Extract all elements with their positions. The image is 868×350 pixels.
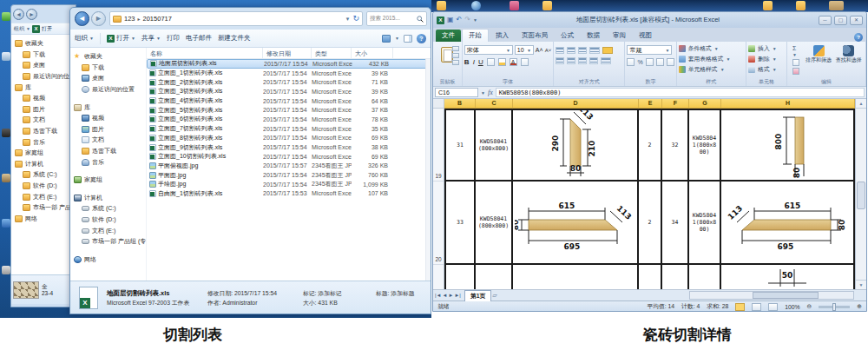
align-middle-icon[interactable] — [567, 47, 575, 54]
sidebar-item[interactable]: 库 — [70, 102, 146, 113]
delete-cells-button[interactable]: 删除▼ — [748, 54, 785, 64]
file-row[interactable]: 立面图_10切割砖列表.xls 2015/7/17 15:54 Microsof… — [147, 152, 431, 162]
restore-button[interactable]: ▢ — [834, 16, 847, 25]
shrink-font-icon[interactable]: A˅ — [545, 48, 552, 53]
file-row[interactable]: 立面图_4切割砖列表.xls 2015/7/17 15:54 Microsoft… — [147, 96, 431, 106]
align-top-icon[interactable] — [556, 47, 564, 54]
file-row[interactable]: 立面图_8切割砖列表.xls 2015/7/17 15:54 Microsoft… — [147, 134, 431, 143]
sidebar-item[interactable]: 音乐 — [11, 136, 76, 148]
sidebar-item[interactable]: 网络 — [70, 254, 146, 266]
autosum-button[interactable]: Σ ▼ — [792, 45, 802, 57]
app-icon[interactable] — [510, 1, 519, 10]
organize-button[interactable]: 组织 ▼ — [75, 34, 94, 43]
address-dropdown-icon[interactable]: ▼ — [345, 17, 351, 22]
bold-button[interactable]: B — [464, 58, 470, 66]
forward-icon[interactable]: ► — [26, 9, 37, 20]
name-box-dropdown-icon[interactable]: ▼ — [481, 90, 485, 96]
sidebar-item[interactable]: 系统 (C:) — [70, 203, 146, 215]
scroll-up-icon[interactable]: ▲ — [856, 99, 866, 109]
sidebar-item[interactable]: 收藏夹 — [70, 51, 146, 63]
tab-data[interactable]: 数据 — [581, 30, 606, 42]
sidebar-item[interactable]: 软件 (D:) — [70, 215, 146, 226]
file-row[interactable]: 自由面_1切割砖列表.xls 2015/7/17 15:53 Microsoft… — [147, 189, 431, 199]
comma-style-icon[interactable] — [646, 58, 654, 66]
sidebar-item[interactable]: 迅雷下载 — [11, 126, 76, 137]
chevron-down-icon[interactable]: ▼ — [395, 36, 399, 41]
sidebar-item[interactable]: 家庭组 — [11, 148, 76, 159]
page-break-view-icon[interactable] — [768, 303, 778, 311]
file-row[interactable]: 地面层切割砖列表.xls 2015/7/17 15:54 Microsoft E… — [147, 59, 431, 69]
name-box[interactable]: C16 — [435, 88, 478, 97]
font-size-select[interactable]: 10▼ — [515, 45, 534, 55]
cell-e19[interactable]: 2 — [639, 110, 662, 180]
insert-worksheet-icon[interactable]: ▱ — [492, 292, 496, 299]
zoom-out-icon[interactable]: ⊖ — [807, 303, 812, 310]
cell-h19-diagram[interactable]: 800 80 — [721, 110, 855, 180]
cell-c19[interactable]: KWD58041(800x800) — [476, 110, 513, 180]
undo-icon[interactable]: ↶ — [457, 16, 463, 24]
file-row[interactable]: 平面图.jpg 2015/7/17 15:54 2345看图王 JPG ... … — [147, 170, 431, 180]
tab-insert[interactable]: 插入 — [490, 30, 515, 42]
align-bottom-icon[interactable] — [578, 47, 587, 54]
last-sheet-icon[interactable]: ►| — [454, 293, 461, 298]
change-view-icon[interactable] — [382, 35, 391, 43]
column-header-e[interactable]: E — [639, 99, 662, 109]
align-left-icon[interactable] — [556, 57, 564, 64]
sidebar-item[interactable]: 桌面 — [70, 73, 146, 84]
file-row[interactable]: 立面图_5切割砖列表.xls 2015/7/17 15:54 Microsoft… — [147, 105, 431, 115]
align-right-icon[interactable] — [578, 57, 587, 64]
background-explorer-window[interactable]: ◄ ► 组织 ▼ X 打开 收藏夹 下载 — [10, 4, 76, 307]
find-select-button[interactable]: 查找和选择 — [835, 45, 862, 75]
sidebar-item[interactable]: 文档 (E:) — [11, 191, 76, 202]
save-icon[interactable]: ▣ — [447, 16, 454, 24]
desktop-icon[interactable] — [2, 266, 10, 274]
new-folder-button[interactable]: 新建文件夹 — [218, 34, 251, 43]
clear-icon[interactable] — [792, 68, 799, 75]
column-header-b[interactable]: B — [444, 99, 476, 109]
breadcrumb-2[interactable]: 20150717 — [143, 15, 172, 23]
normal-view-icon[interactable] — [735, 303, 745, 311]
sidebar-item[interactable]: 最近访问的位置 — [70, 84, 146, 96]
email-button[interactable]: 电子邮件 — [186, 34, 212, 43]
back-icon[interactable]: ◄ — [13, 9, 24, 20]
file-row[interactable]: 立面图_2切割砖列表.xls 2015/7/17 15:54 Microsoft… — [147, 77, 431, 87]
file-row[interactable]: 立面图_7切割砖列表.xls 2015/7/17 15:54 Microsoft… — [147, 124, 431, 134]
row-header-partial[interactable] — [433, 265, 444, 289]
conditional-formatting-button[interactable]: 条件格式▼ — [679, 43, 744, 54]
row-header-20[interactable]: 20 — [433, 182, 444, 265]
horizontal-scroll-thumb[interactable] — [753, 292, 819, 299]
help-icon[interactable]: ? — [417, 34, 426, 43]
phonetic-icon[interactable] — [521, 58, 529, 66]
format-cells-button[interactable]: 格式▼ — [748, 64, 785, 75]
folder-icon[interactable] — [542, 1, 552, 10]
next-sheet-icon[interactable]: ► — [448, 293, 453, 298]
breadcrumb-1[interactable]: 123 — [124, 15, 135, 23]
format-as-table-button[interactable]: 套用表格格式▼ — [679, 54, 744, 64]
print-button[interactable]: 打印 — [167, 34, 180, 43]
indent-icon[interactable] — [589, 57, 598, 64]
refresh-icon[interactable]: ↻ — [352, 15, 359, 23]
address-bar[interactable]: 123 ▸ 20150717 ▼ ↻ — [109, 11, 363, 26]
orientation-icon[interactable] — [589, 47, 600, 54]
sidebar-item[interactable]: 网络 — [11, 214, 76, 225]
cell-c20[interactable]: KWD58041(800x800) — [476, 182, 513, 263]
number-format-select[interactable]: 常规▼ — [627, 45, 672, 55]
horizontal-scrollbar[interactable] — [689, 291, 854, 300]
preview-pane-icon[interactable] — [404, 35, 412, 43]
wrap-text-icon[interactable] — [602, 47, 613, 54]
excel-window[interactable]: X ▣ ↶ ↷ ▼ 地面层切割砖列表.xls [兼容模式] - Microsof… — [432, 11, 867, 312]
accounting-format-icon[interactable] — [627, 58, 635, 66]
italic-button[interactable]: I — [473, 58, 475, 66]
tab-home[interactable]: 开始 — [462, 29, 489, 42]
desktop-icon[interactable] — [2, 129, 10, 137]
vertical-scrollbar[interactable]: ▲ ▼ — [855, 99, 866, 289]
details-tags[interactable]: 标记: 添加标记 — [303, 288, 342, 298]
cell-b20[interactable]: 33 — [444, 182, 476, 263]
increase-decimal-icon[interactable] — [656, 58, 664, 66]
vertical-scroll-thumb[interactable] — [857, 182, 865, 209]
cell-b19[interactable]: 31 — [444, 110, 476, 180]
format-painter-icon[interactable] — [452, 60, 459, 65]
search-input[interactable]: 搜索 2015... — [370, 15, 415, 23]
sidebar-item[interactable]: 下载 — [70, 63, 146, 74]
cut-icon[interactable] — [452, 46, 459, 51]
